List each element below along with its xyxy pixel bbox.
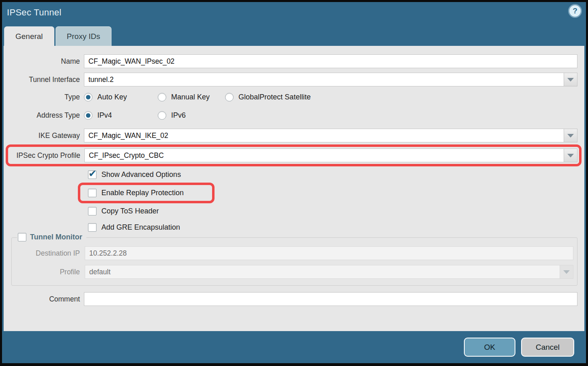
enable-replay-protection-label: Enable Replay Protection: [101, 189, 184, 197]
comment-label: Comment: [4, 295, 84, 304]
tunnel-monitor-group: Tunnel Monitor Destination IP 10.252.2.2…: [11, 237, 577, 286]
address-type-row: Address Type IPv4 IPv6: [4, 111, 584, 120]
profile-dropdown-button: [560, 265, 573, 279]
profile-input: default: [85, 265, 560, 279]
name-row: Name CF_Magic_WAN_IPsec_02: [4, 54, 584, 68]
ipsec-crypto-profile-input[interactable]: CF_IPsec_Crypto_CBC: [84, 149, 564, 162]
add-gre-encapsulation-label: Add GRE Encapsulation: [101, 223, 180, 232]
tab-proxy-ids[interactable]: Proxy IDs: [56, 26, 112, 46]
tunnel-interface-input[interactable]: tunnel.2: [84, 73, 564, 86]
radio-icon: [158, 111, 166, 120]
general-tab-panel: Name CF_Magic_WAN_IPsec_02 Tunnel Interf…: [4, 46, 584, 331]
cancel-button[interactable]: Cancel: [521, 338, 574, 357]
checkbox-icon[interactable]: [88, 207, 97, 215]
tunnel-monitor-label: Tunnel Monitor: [30, 233, 82, 241]
copy-tos-header-label: Copy ToS Header: [101, 207, 159, 215]
name-label: Name: [4, 57, 84, 66]
chevron-down-icon: [563, 270, 570, 274]
show-advanced-options-label: Show Advanced Options: [101, 170, 181, 179]
comment-input[interactable]: [84, 292, 577, 306]
ike-gateway-dropdown-button[interactable]: [564, 129, 577, 142]
tunnel-interface-label: Tunnel Interface: [4, 75, 84, 84]
checkbox-icon[interactable]: [88, 189, 97, 197]
dialog-title: IPSec Tunnel: [7, 7, 61, 18]
ipsec-crypto-profile-dropdown-button[interactable]: [564, 149, 577, 162]
help-glyph: ?: [573, 6, 577, 15]
type-radio-manual-key[interactable]: Manual Key: [158, 93, 210, 101]
help-icon[interactable]: ?: [569, 5, 581, 17]
chevron-down-icon: [567, 78, 574, 82]
destination-ip-input: 10.252.2.28: [85, 246, 573, 260]
chevron-down-icon: [567, 154, 574, 157]
tab-bar: General Proxy IDs: [2, 25, 586, 46]
radio-selected-icon: [84, 111, 92, 120]
type-row: Type Auto Key Manual Key GlobalProtect S…: [4, 93, 584, 101]
radio-icon: [158, 93, 166, 101]
destination-ip-label: Destination IP: [12, 249, 85, 258]
profile-label: Profile: [12, 268, 85, 276]
ipsec-crypto-profile-highlight: IPSec Crypto Profile CF_IPsec_Crypto_CBC: [6, 144, 582, 166]
add-gre-encapsulation-row[interactable]: Add GRE Encapsulation: [88, 223, 584, 232]
show-advanced-options-row[interactable]: Show Advanced Options: [88, 170, 584, 179]
copy-tos-header-row[interactable]: Copy ToS Header: [88, 207, 584, 215]
checkbox-icon[interactable]: [88, 223, 97, 232]
tab-general[interactable]: General: [4, 26, 54, 46]
ipsec-tunnel-dialog: IPSec Tunnel ? General Proxy IDs Name CF…: [0, 0, 588, 366]
radio-icon: [225, 93, 234, 101]
type-label: Type: [4, 93, 84, 101]
ok-button[interactable]: OK: [464, 338, 515, 357]
comment-row: Comment: [4, 292, 584, 306]
radio-selected-icon: [84, 93, 92, 101]
dialog-titlebar: IPSec Tunnel ?: [2, 2, 586, 25]
ike-gateway-input[interactable]: CF_Magic_WAN_IKE_02: [84, 129, 564, 142]
ike-gateway-label: IKE Gateway: [4, 131, 84, 140]
tab-proxy-ids-label: Proxy IDs: [67, 32, 100, 41]
type-radio-globalprotect-satellite[interactable]: GlobalProtect Satellite: [225, 93, 311, 101]
type-radio-auto-key[interactable]: Auto Key: [84, 93, 141, 101]
profile-row: Profile default: [12, 265, 577, 279]
chevron-down-icon: [567, 134, 574, 138]
ike-gateway-row: IKE Gateway CF_Magic_WAN_IKE_02: [4, 129, 584, 142]
tunnel-monitor-legend[interactable]: Tunnel Monitor: [17, 233, 86, 241]
ipsec-crypto-profile-label: IPSec Crypto Profile: [8, 151, 84, 160]
address-type-radio-ipv4[interactable]: IPv4: [84, 111, 141, 120]
checkbox-icon[interactable]: [18, 233, 26, 241]
address-type-label: Address Type: [4, 111, 84, 120]
enable-replay-protection-highlight[interactable]: Enable Replay Protection: [78, 183, 215, 203]
tab-general-label: General: [15, 32, 43, 41]
destination-ip-row: Destination IP 10.252.2.28: [12, 246, 577, 260]
checkbox-checked-icon[interactable]: [88, 170, 97, 179]
name-input[interactable]: CF_Magic_WAN_IPsec_02: [84, 54, 577, 68]
tunnel-interface-dropdown-button[interactable]: [564, 73, 577, 86]
dialog-footer: OK Cancel: [2, 331, 586, 363]
tunnel-interface-row: Tunnel Interface tunnel.2: [4, 73, 584, 86]
address-type-radio-ipv6[interactable]: IPv6: [158, 111, 186, 120]
